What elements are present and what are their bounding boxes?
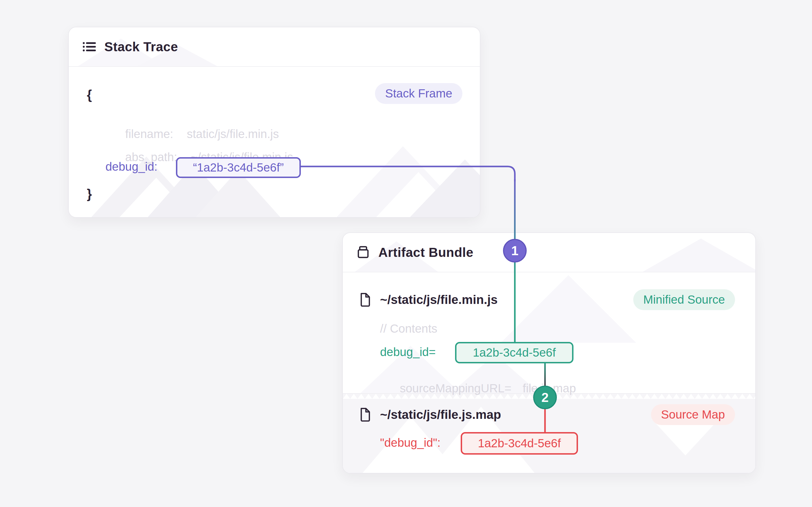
- sourcemap-file-name: ~/static/js/file.js.map: [380, 407, 501, 421]
- source-map-badge: Source Map: [651, 404, 735, 425]
- sourcemap-file-row: ~/static/js/file.js.map: [359, 406, 501, 424]
- minified-file-row: ~/static/js/file.min.js: [359, 291, 498, 309]
- json-open-brace: {: [87, 87, 92, 102]
- artifact-bundle-title: Artifact Bundle: [378, 245, 473, 260]
- contents-comment: // Contents: [380, 322, 437, 335]
- minified-source-badge: Minified Source: [633, 289, 735, 310]
- bundle-debug-id-value-box: 1a2b-3c4d-5e6f: [455, 342, 573, 363]
- stack-trace-title: Stack Trace: [104, 39, 178, 54]
- file-icon: [359, 292, 371, 307]
- source-mapping-url-label: sourceMappingURL=: [400, 382, 511, 395]
- diagram-canvas: Stack Trace { Stack Frame filename:stati…: [0, 0, 812, 507]
- sourcemap-debug-id-label: "debug_id":: [380, 436, 441, 450]
- stack-trace-card: Stack Trace { Stack Frame filename:stati…: [68, 27, 480, 218]
- minified-file-name: ~/static/js/file.min.js: [380, 293, 498, 307]
- bundle-debug-id-label: debug_id=: [380, 345, 436, 359]
- file-icon: [359, 407, 371, 422]
- step-1-marker: 1: [503, 239, 527, 263]
- json-close-brace: }: [87, 186, 92, 202]
- stack-debug-id-value-box: “1a2b-3c4d-5e6f”: [176, 157, 301, 178]
- artifact-bundle-header: Artifact Bundle: [343, 233, 755, 272]
- stack-frame-badge: Stack Frame: [375, 83, 462, 104]
- stack-field-debug-id-label: debug_id:: [105, 160, 158, 173]
- artifact-bundle-card: Artifact Bundle ~/static/js/file.min.js …: [342, 232, 756, 473]
- sourcemap-debug-id-value-box: 1a2b-3c4d-5e6f: [461, 432, 578, 455]
- stack-list-icon: [82, 40, 96, 54]
- step-2-marker: 2: [533, 386, 557, 409]
- archive-box-icon: [356, 245, 370, 260]
- stack-trace-header: Stack Trace: [69, 27, 480, 67]
